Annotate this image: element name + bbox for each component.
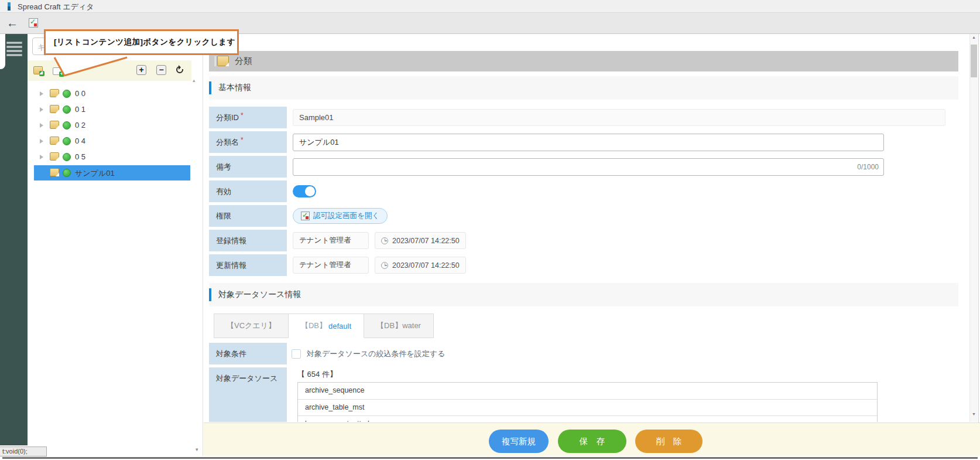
folder-icon	[50, 105, 59, 113]
condition-checkbox[interactable]	[292, 349, 301, 359]
scrollbar-thumb[interactable]	[971, 45, 977, 77]
registered-label: 登録情報	[209, 230, 287, 251]
tree-scroll-up-arrow[interactable]: ▴	[193, 77, 196, 83]
note-input[interactable]: 0/1000	[293, 158, 884, 176]
delete-button[interactable]: 削 除	[635, 430, 703, 453]
datasource-section-title: 対象データソース情報	[218, 289, 301, 300]
target-condition-label: 対象条件	[209, 343, 287, 364]
status-dot-icon	[63, 169, 71, 177]
folder-icon	[50, 168, 59, 176]
form-row-note: 備考 0/1000	[209, 156, 958, 178]
folder-icon	[50, 121, 59, 129]
category-id-field: Sample01	[293, 109, 945, 126]
updated-label: 更新情報	[209, 254, 287, 276]
required-mark: *	[241, 111, 244, 120]
title-bar: Spread Craft エディタ	[0, 0, 980, 13]
permission-label: 権限	[209, 205, 287, 227]
save-button[interactable]: 保 存	[558, 430, 626, 453]
spreadsheet-app-icon	[301, 212, 310, 220]
category-folder-icon	[217, 56, 229, 66]
list-item[interactable]: archive_table_mst	[298, 399, 877, 415]
updated-datetime-field: 2023/07/07 14:22:50	[375, 257, 466, 274]
back-button[interactable]: ←	[5, 15, 20, 31]
expand-arrow-icon[interactable]	[40, 139, 43, 144]
basic-info-section: 基本情報	[209, 76, 958, 100]
app-title: Spread Craft エディタ	[18, 2, 94, 12]
tree-panel: キ + + + − 0 0 0 1	[28, 34, 203, 456]
basic-info-section-title: 基本情報	[218, 83, 251, 93]
scroll-up-arrow[interactable]: ▲	[970, 35, 978, 39]
expand-arrow-icon[interactable]	[40, 123, 43, 128]
clock-icon	[381, 262, 388, 269]
rail-notch	[0, 34, 5, 69]
main-scrollbar[interactable]: ▲ ▼	[969, 34, 978, 422]
clock-icon	[381, 237, 388, 244]
updated-user-field: テナント管理者	[293, 257, 369, 274]
scroll-down-arrow[interactable]: ▼	[970, 412, 978, 416]
page-icon-sheet	[214, 56, 216, 67]
note-char-counter: 0/1000	[857, 163, 879, 171]
list-item[interactable]: b_m_account_attr_b	[298, 415, 877, 422]
section-accent-bar	[209, 288, 211, 301]
category-name-input[interactable]	[293, 134, 884, 151]
tree-item[interactable]: 0 1	[34, 102, 190, 117]
expand-all-button[interactable]: +	[136, 65, 146, 75]
collapse-all-button[interactable]: −	[156, 65, 166, 75]
menu-hamburger-button[interactable]	[6, 42, 22, 58]
left-rail	[0, 34, 28, 445]
status-dot-icon	[63, 137, 71, 145]
form-row-target-datasource: 対象データソース 【 654 件】 archive_sequence archi…	[209, 367, 958, 422]
form-row-target-condition: 対象条件 対象データソースの絞込条件を設定する	[209, 343, 958, 364]
datasource-tabs: 【VCクエリ】 【DB】 default 【DB】water	[214, 314, 434, 338]
condition-checkbox-label: 対象データソースの絞込条件を設定する	[307, 349, 445, 359]
tree-item[interactable]: 0 0	[34, 86, 190, 101]
tree-item[interactable]: 0 4	[34, 134, 190, 149]
guide-callout-tail	[52, 56, 131, 78]
registered-user-field: テナント管理者	[293, 232, 369, 249]
category-id-label: 分類ID*	[209, 107, 287, 128]
expand-arrow-icon[interactable]	[40, 91, 43, 96]
folder-icon	[50, 152, 59, 161]
status-dot-icon	[63, 121, 71, 130]
registered-datetime-field: 2023/07/07 14:22:50	[375, 232, 466, 249]
folder-plus-icon: +	[33, 66, 43, 74]
tree-item[interactable]: 0 2	[34, 118, 190, 133]
form-row-permission: 権限 認可設定画面を開く	[209, 205, 958, 227]
tree-scroll-down-arrow[interactable]: ▾	[196, 447, 198, 452]
form-row-category-name: 分類名*	[209, 131, 958, 153]
datasource-section: 対象データソース情報	[209, 283, 958, 306]
list-item[interactable]: archive_sequence	[298, 383, 877, 399]
tree-item[interactable]: 0 5	[34, 149, 190, 165]
footer-action-bar: 複写新規 保 存 削 除	[204, 422, 980, 456]
tab-vc-query[interactable]: 【VCクエリ】	[214, 314, 289, 338]
tree-item-selected[interactable]: サンプル01	[34, 165, 190, 180]
spreadsheet-app-icon[interactable]	[29, 18, 38, 28]
section-accent-bar	[209, 81, 211, 94]
app-logo-icon	[8, 2, 11, 11]
expand-arrow-icon[interactable]	[40, 107, 43, 112]
datasource-count: 【 654 件】	[297, 367, 958, 380]
refresh-icon[interactable]	[176, 66, 183, 73]
open-authorization-screen-button[interactable]: 認可設定画面を開く	[293, 208, 388, 224]
form-row-enabled: 有効	[209, 180, 958, 202]
form-row-updated: 更新情報 テナント管理者 2023/07/07 14:22:50	[209, 254, 958, 276]
tab-db-default[interactable]: 【DB】 default	[289, 314, 364, 338]
guide-callout: [リストコンテンツ追加]ボタンをクリックします	[44, 29, 239, 55]
window-bottom-edge	[2, 457, 978, 459]
folder-icon	[50, 89, 59, 97]
status-dot-icon	[63, 153, 71, 161]
category-name-label: 分類名*	[209, 131, 287, 153]
enabled-toggle[interactable]	[293, 185, 316, 197]
page-title: 分類	[235, 56, 252, 67]
form-row-registered: 登録情報 テナント管理者 2023/07/07 14:22:50	[209, 230, 958, 251]
add-category-button[interactable]: +	[33, 66, 43, 77]
category-tree: 0 0 0 1 0 2 0 4	[34, 86, 190, 181]
app-window: Spread Craft エディタ ← キ + + + −	[0, 0, 980, 460]
target-datasource-label: 対象データソース	[209, 367, 287, 422]
enabled-label: 有効	[209, 180, 287, 202]
expand-arrow-icon[interactable]	[40, 155, 43, 159]
note-label: 備考	[209, 156, 287, 178]
main-content: 分類 基本情報 分類ID* Sample01 分類名* 備考	[204, 34, 978, 422]
copy-new-button[interactable]: 複写新規	[489, 430, 549, 453]
tab-db-water[interactable]: 【DB】water	[364, 314, 434, 338]
